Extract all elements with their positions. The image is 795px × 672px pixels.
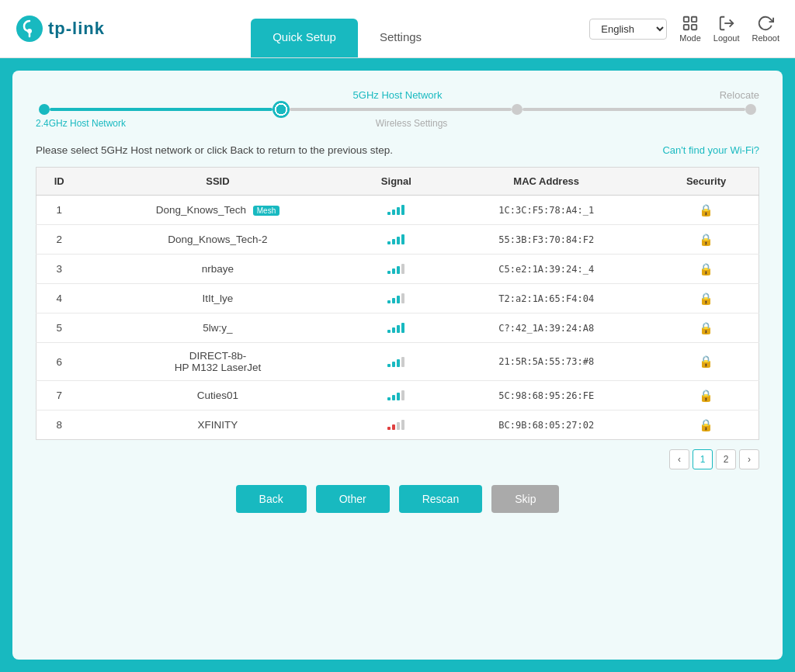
cell-mac: C5:e2:1A:39:24:_4: [439, 255, 654, 284]
progress-labels-bottom: 2.4GHz Host Network Wireless Settings: [36, 118, 759, 129]
svg-rect-2: [684, 17, 689, 22]
progress-line-3: [522, 108, 745, 111]
cell-security: 🔒: [654, 225, 759, 255]
cell-mac: BC:9B:68:05:27:02: [439, 410, 654, 440]
pagination: ‹ 1 2 ›: [36, 449, 759, 469]
wifi-table: ID SSID Signal MAC Address Security 1 Do…: [36, 167, 759, 440]
tab-settings[interactable]: Settings: [358, 19, 443, 57]
svg-point-1: [27, 29, 32, 33]
cell-signal: [354, 225, 439, 255]
table-header: ID SSID Signal MAC Address Security: [36, 168, 759, 196]
logout-icon: [718, 15, 735, 32]
logo-text: tp-link: [48, 19, 105, 39]
other-button[interactable]: Other: [316, 485, 390, 513]
cell-id: 5: [36, 313, 82, 343]
back-button[interactable]: Back: [236, 485, 307, 513]
table-row[interactable]: 3 nrbaye C5:e2:1A:39:24:_4 🔒: [36, 255, 759, 284]
svg-rect-3: [692, 17, 696, 22]
lock-icon: 🔒: [699, 233, 713, 246]
page-2-button[interactable]: 2: [716, 449, 736, 469]
step-dot-2: [273, 101, 290, 118]
step-dot-3: [512, 104, 522, 115]
cell-signal: [354, 410, 439, 440]
cell-ssid: 5lw:y_: [82, 313, 353, 343]
cell-signal: [354, 381, 439, 410]
table-row[interactable]: 7 Cuties01 5C:98:68:95:26:FE 🔒: [36, 381, 759, 410]
lock-icon: 🔒: [699, 418, 713, 431]
col-security: Security: [654, 168, 759, 196]
cell-security: 🔒: [654, 343, 759, 381]
cell-signal: [354, 313, 439, 343]
nav-tabs: Quick Setup Settings: [105, 0, 589, 57]
tplink-logo-icon: [16, 15, 43, 43]
table-row[interactable]: 1 Dong_Knows_Tech Mesh 1C:3C:F5:78:A4:_1…: [36, 196, 759, 225]
progress-label-5ghz: 5GHz Host Network: [277, 89, 519, 101]
cell-security: 🔒: [654, 313, 759, 343]
cell-signal: [354, 284, 439, 313]
table-row[interactable]: 4 ItIt_lye T2:a2:1A:65:F4:04 🔒: [36, 284, 759, 313]
col-mac: MAC Address: [439, 168, 654, 196]
language-select[interactable]: English: [589, 19, 667, 40]
cell-security: 🔒: [654, 410, 759, 440]
svg-rect-4: [684, 25, 689, 29]
cell-security: 🔒: [654, 196, 759, 225]
action-buttons: Back Other Rescan Skip: [36, 485, 759, 513]
lock-icon: 🔒: [699, 292, 713, 305]
logo: tp-link: [16, 15, 105, 43]
lock-icon: 🔒: [699, 389, 713, 402]
reboot-button[interactable]: Reboot: [752, 15, 779, 43]
cant-find-link[interactable]: Can't find your Wi-Fi?: [662, 144, 759, 156]
lock-icon: 🔒: [699, 355, 713, 368]
progress-label-24ghz: 2.4GHz Host Network: [36, 118, 126, 129]
cell-ssid: nrbaye: [82, 255, 353, 284]
cell-mac: 5C:98:68:95:26:FE: [439, 381, 654, 410]
col-ssid: SSID: [82, 168, 353, 196]
cell-id: 2: [36, 225, 82, 255]
mode-button[interactable]: Mode: [679, 15, 701, 43]
cell-id: 3: [36, 255, 82, 284]
mode-label: Mode: [679, 33, 701, 43]
table-row[interactable]: 6 DIRECT-8b-HP M132 LaserJet 21:5R:5A:55…: [36, 343, 759, 381]
cell-id: 6: [36, 343, 82, 381]
cell-security: 🔒: [654, 381, 759, 410]
cell-mac: C?:42_1A:39:24:A8: [439, 313, 654, 343]
svg-rect-5: [692, 25, 696, 29]
main-content: 5GHz Host Network Relocate 2.4GHz Host N…: [12, 71, 783, 660]
reboot-label: Reboot: [752, 33, 779, 43]
next-page-button[interactable]: ›: [739, 449, 759, 469]
cell-security: 🔒: [654, 284, 759, 313]
cell-id: 1: [36, 196, 82, 225]
cell-signal: [354, 255, 439, 284]
reboot-icon: [757, 15, 774, 32]
mode-icon: [682, 15, 699, 32]
cell-mac: 21:5R:5A:55:73:#8: [439, 343, 654, 381]
lock-icon: 🔒: [699, 321, 713, 334]
header: tp-link Quick Setup Settings English Mod…: [0, 0, 795, 58]
progress-line-1: [50, 108, 273, 111]
cell-id: 7: [36, 381, 82, 410]
table-row[interactable]: 5 5lw:y_ C?:42_1A:39:24:A8 🔒: [36, 313, 759, 343]
instruction-row: Please select 5GHz Host network or click…: [36, 144, 759, 156]
cell-ssid: DIRECT-8b-HP M132 LaserJet: [82, 343, 353, 381]
cell-id: 8: [36, 410, 82, 440]
header-actions: English Mode Logout Reboot: [589, 15, 779, 43]
wifi-tbody: 1 Dong_Knows_Tech Mesh 1C:3C:F5:78:A4:_1…: [36, 196, 759, 440]
col-signal: Signal: [354, 168, 439, 196]
step-dot-4: [745, 104, 756, 115]
cell-ssid: Dong_Knows_Tech-2: [82, 225, 353, 255]
cell-id: 4: [36, 284, 82, 313]
step-dot-1: [39, 104, 50, 115]
instruction-text: Please select 5GHz Host network or click…: [36, 144, 393, 156]
prev-page-button[interactable]: ‹: [669, 449, 689, 469]
progress-line-2: [290, 108, 512, 111]
skip-button[interactable]: Skip: [491, 485, 559, 513]
table-row[interactable]: 8 XFINITY BC:9B:68:05:27:02 🔒: [36, 410, 759, 440]
page-1-button[interactable]: 1: [693, 449, 713, 469]
lock-icon: 🔒: [699, 203, 713, 216]
progress-area: 5GHz Host Network Relocate 2.4GHz Host N…: [36, 89, 759, 129]
logout-button[interactable]: Logout: [713, 15, 740, 43]
table-row[interactable]: 2 Dong_Knows_Tech-2 55:3B:F3:70:84:F2 🔒: [36, 225, 759, 255]
cell-mac: 1C:3C:F5:78:A4:_1: [439, 196, 654, 225]
tab-quick-setup[interactable]: Quick Setup: [251, 19, 358, 57]
rescan-button[interactable]: Rescan: [399, 485, 482, 513]
